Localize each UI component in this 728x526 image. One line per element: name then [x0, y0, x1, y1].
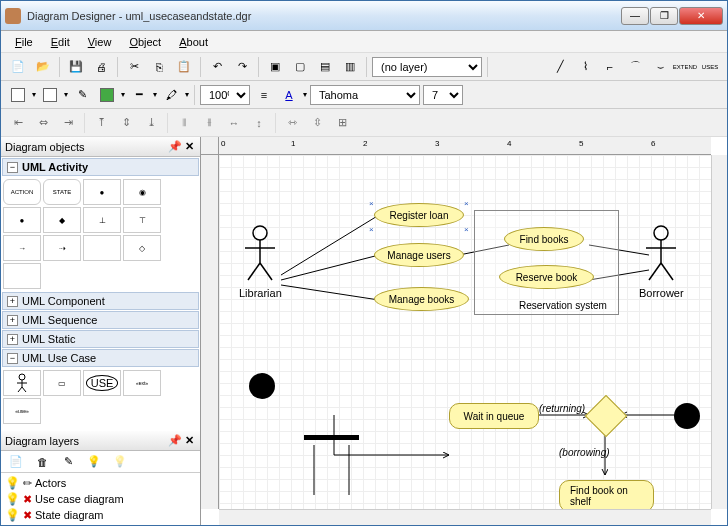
same-height-icon[interactable]: ⇳ — [306, 112, 328, 134]
close-panel-icon[interactable]: ✕ — [182, 140, 196, 154]
font-size-select[interactable]: 7 — [423, 85, 463, 105]
open-button[interactable]: 📂 — [32, 56, 54, 78]
zigzag-tool-icon[interactable]: ⌇ — [574, 56, 596, 78]
fork-bar[interactable] — [304, 435, 359, 440]
close-button[interactable]: ✕ — [679, 7, 723, 25]
extend-tool-icon[interactable]: EXTEND — [674, 56, 696, 78]
redo-button[interactable]: ↷ — [231, 56, 253, 78]
shape-final[interactable]: ◉ — [123, 179, 161, 205]
shape-fork-h[interactable]: ⊥ — [83, 207, 121, 233]
same-size-icon[interactable]: ⊞ — [331, 112, 353, 134]
canvas[interactable]: Librarian Borrower Reservation system Re… — [219, 155, 711, 509]
same-width-icon[interactable]: ⇿ — [281, 112, 303, 134]
highlight-layer-icon[interactable]: 💡 — [83, 451, 105, 473]
shape-diamond-outline[interactable]: ◇ — [123, 235, 161, 261]
shape-solid[interactable]: ● — [3, 207, 41, 233]
delete-layer-icon[interactable]: 🗑 — [31, 451, 53, 473]
ungroup-button[interactable]: ▢ — [289, 56, 311, 78]
shape-arrow[interactable]: → — [3, 235, 41, 261]
menu-about[interactable]: About — [171, 34, 216, 50]
layers-pin-icon[interactable]: 📌 — [168, 434, 182, 448]
distribute-v-icon[interactable]: ⫵ — [198, 112, 220, 134]
shape-uses[interactable]: «use» — [3, 398, 41, 424]
usecase-register-loan[interactable]: Register loan — [374, 203, 464, 227]
shape-extends[interactable]: «ext» — [123, 370, 161, 396]
new-button[interactable]: 📄 — [7, 56, 29, 78]
menu-edit[interactable]: Edit — [43, 34, 78, 50]
text-color-button[interactable]: A — [278, 84, 300, 106]
line-tool-icon[interactable]: ╱ — [549, 56, 571, 78]
line-color-button[interactable] — [7, 84, 29, 106]
shape-empty1[interactable] — [83, 235, 121, 261]
cut-button[interactable]: ✂ — [123, 56, 145, 78]
layer-select[interactable]: (no layer) — [372, 57, 482, 77]
usecase-manage-books[interactable]: Manage books — [374, 287, 469, 311]
category-uml-sequence[interactable]: +UML Sequence — [2, 311, 199, 329]
linewidth-button[interactable]: ≡ — [253, 84, 275, 106]
shape-state[interactable]: STATE — [43, 179, 81, 205]
shape-initial[interactable]: ● — [83, 179, 121, 205]
usecase-find-books[interactable]: Find books — [504, 227, 584, 251]
front-button[interactable]: ▤ — [314, 56, 336, 78]
vertical-scrollbar[interactable] — [711, 155, 727, 509]
maximize-button[interactable]: ❐ — [650, 7, 678, 25]
layer-actors[interactable]: 💡✏Actors — [3, 475, 198, 491]
zoom-select[interactable]: 100% — [200, 85, 250, 105]
back-button[interactable]: ▥ — [339, 56, 361, 78]
undo-button[interactable]: ↶ — [206, 56, 228, 78]
align-left-icon[interactable]: ⇤ — [7, 112, 29, 134]
fill-color-button[interactable] — [39, 84, 61, 106]
shape-dashed-arrow[interactable]: ⇢ — [43, 235, 81, 261]
new-layer-icon[interactable]: 📄 — [5, 451, 27, 473]
layers-close-icon[interactable]: ✕ — [182, 434, 196, 448]
save-button[interactable]: 💾 — [65, 56, 87, 78]
menu-file[interactable]: File — [7, 34, 41, 50]
menu-object[interactable]: Object — [121, 34, 169, 50]
shape-action[interactable]: ACTION — [3, 179, 41, 205]
state-wait-queue[interactable]: Wait in queue — [449, 403, 539, 429]
initial-node-2[interactable] — [674, 403, 700, 429]
font-name-select[interactable]: Tahoma — [310, 85, 420, 105]
usecase-reserve-book[interactable]: Reserve book — [499, 265, 594, 289]
align-middle-icon[interactable]: ⇕ — [115, 112, 137, 134]
category-uml-static[interactable]: +UML Static — [2, 330, 199, 348]
align-center-icon[interactable]: ⇔ — [32, 112, 54, 134]
usecase-manage-users[interactable]: Manage users — [374, 243, 464, 267]
layer-state[interactable]: 💡✖State diagram — [3, 507, 198, 523]
copy-button[interactable]: ⎘ — [148, 56, 170, 78]
shape-decision[interactable]: ◆ — [43, 207, 81, 233]
titlebar[interactable]: Diagram Designer - uml_usecaseandstate.d… — [1, 1, 727, 31]
arc-tool-icon[interactable]: ⌣ — [649, 56, 671, 78]
line-style-button[interactable]: ━ — [128, 84, 150, 106]
shape-system[interactable]: ▭ — [43, 370, 81, 396]
horizontal-scrollbar[interactable] — [219, 509, 711, 525]
group-button[interactable]: ▣ — [264, 56, 286, 78]
state-find-shelf[interactable]: Find book on shelf — [559, 480, 654, 509]
category-uml-activity[interactable]: −UML Activity — [2, 158, 199, 176]
fill2-button[interactable] — [96, 84, 118, 106]
distribute-h-icon[interactable]: ⫴ — [173, 112, 195, 134]
category-uml-component[interactable]: +UML Component — [2, 292, 199, 310]
uses-tool-icon[interactable]: USES — [699, 56, 721, 78]
pin-icon[interactable]: 📌 — [168, 140, 182, 154]
initial-node[interactable] — [249, 373, 275, 399]
category-uml-usecase[interactable]: −UML Use Case — [2, 349, 199, 367]
minimize-button[interactable]: — — [621, 7, 649, 25]
space-h-icon[interactable]: ↔ — [223, 112, 245, 134]
align-bottom-icon[interactable]: ⤓ — [140, 112, 162, 134]
dim-layer-icon[interactable]: 💡 — [109, 451, 131, 473]
shape-usecase-oval[interactable]: USE — [83, 370, 121, 396]
menu-view[interactable]: View — [80, 34, 120, 50]
align-top-icon[interactable]: ⤒ — [90, 112, 112, 134]
actor-librarian[interactable]: Librarian — [239, 225, 282, 299]
shape-actor[interactable] — [3, 370, 41, 396]
print-button[interactable]: 🖨 — [90, 56, 112, 78]
pen-button[interactable]: ✎ — [71, 84, 93, 106]
marker-button[interactable]: 🖍 — [160, 84, 182, 106]
shape-join-h[interactable]: ⊤ — [123, 207, 161, 233]
edit-layer-icon[interactable]: ✎ — [57, 451, 79, 473]
align-right-icon[interactable]: ⇥ — [57, 112, 79, 134]
curve-tool-icon[interactable]: ⌒ — [624, 56, 646, 78]
shape-empty2[interactable] — [3, 263, 41, 289]
step-tool-icon[interactable]: ⌐ — [599, 56, 621, 78]
